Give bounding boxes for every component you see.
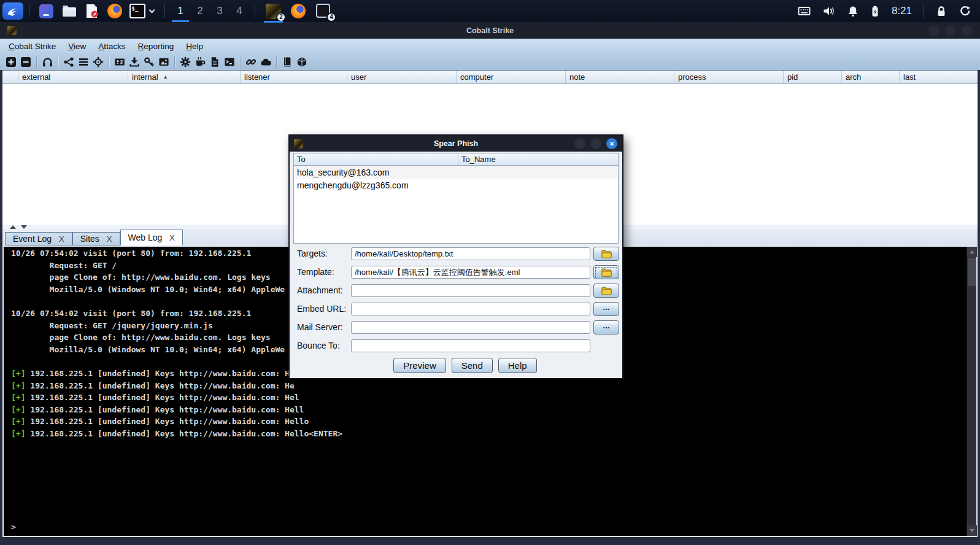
launcher-text-editor[interactable] (83, 3, 100, 20)
launcher-terminal[interactable]: $_ (129, 3, 145, 20)
power-logout-icon[interactable] (959, 5, 971, 17)
new-connection-button[interactable] (4, 55, 18, 69)
column-computer[interactable]: computer (457, 71, 566, 83)
tab-web-log[interactable]: Web Log X (120, 230, 183, 245)
tab-sites[interactable]: Sites X (72, 232, 120, 245)
embed-url-input[interactable] (351, 303, 590, 315)
listeners-button[interactable] (40, 55, 55, 69)
payload-generator-button[interactable] (178, 55, 193, 69)
send-button[interactable]: Send (452, 358, 493, 373)
web-delivery-button[interactable] (207, 55, 222, 69)
splitter-up-icon[interactable] (10, 225, 16, 229)
console-scrollbar[interactable] (966, 247, 976, 536)
chevron-down-icon[interactable] (149, 7, 155, 14)
template-input[interactable] (351, 266, 590, 279)
targets-browse-button[interactable] (593, 247, 619, 261)
table-row[interactable]: hola_security@163.com (294, 166, 618, 179)
help-button[interactable]: Help (498, 358, 537, 373)
firefox-icon (291, 4, 306, 18)
notifications-bell-icon[interactable] (847, 6, 858, 17)
toolbar-separator (174, 56, 175, 68)
targets-input[interactable] (351, 247, 590, 260)
battery-icon[interactable] (871, 6, 879, 17)
table-row[interactable]: mengchengdu@lzzg365.com (294, 179, 618, 191)
screenshots-button[interactable] (156, 55, 171, 69)
reports-button[interactable] (280, 55, 295, 69)
graph-view-button[interactable] (61, 55, 76, 69)
column-internal[interactable]: internal▲ (128, 71, 241, 83)
template-browse-button[interactable] (593, 265, 619, 279)
scroll-down-button[interactable] (967, 525, 977, 536)
lock-icon[interactable] (936, 6, 947, 17)
task-cobaltstrike[interactable]: 2 (266, 4, 281, 19)
splitter-down-icon[interactable] (21, 225, 27, 229)
dialog-buttons: Preview Send Help (290, 358, 622, 373)
column-to[interactable]: To (294, 153, 458, 165)
column-listener[interactable]: listener (241, 71, 347, 83)
column-last[interactable]: last (900, 71, 978, 83)
tab-close-icon[interactable]: X (107, 234, 112, 244)
window-titlebar[interactable]: Cobalt Strike (0, 22, 980, 39)
console-button[interactable] (222, 55, 237, 69)
scroll-up-button[interactable] (967, 247, 977, 257)
column-external[interactable]: external (18, 71, 128, 83)
dialog-close-button[interactable]: ✕ (606, 138, 617, 149)
launcher-file-manager[interactable] (61, 3, 77, 20)
volume-icon[interactable] (823, 6, 835, 17)
dialog-minimize-button[interactable] (574, 138, 585, 149)
launcher-firefox[interactable] (106, 3, 123, 20)
menu-cobalt-strike[interactable]: Cobalt Strike (2, 39, 62, 54)
credentials-button[interactable] (112, 55, 127, 69)
column-pid[interactable]: pid (784, 71, 842, 83)
workspace-3[interactable]: 3 (210, 0, 230, 22)
column-note[interactable]: note (566, 71, 674, 83)
launcher-window-app[interactable] (38, 3, 55, 20)
recipients-table[interactable]: To To_Name hola_security@163.com mengche… (293, 153, 619, 244)
host-file-button[interactable] (244, 55, 258, 69)
tab-close-icon[interactable]: X (169, 233, 175, 242)
workspace-4[interactable]: 4 (230, 0, 249, 22)
attachment-input[interactable] (351, 284, 590, 297)
disconnect-button[interactable] (18, 55, 33, 69)
attachment-browse-button[interactable] (593, 284, 619, 298)
bounce-to-input[interactable] (351, 339, 590, 352)
console-prompt[interactable]: > (11, 522, 16, 531)
downloads-button[interactable] (127, 55, 142, 69)
task-terminal[interactable]: 4 (316, 4, 331, 19)
task-firefox[interactable] (291, 4, 306, 19)
menu-view[interactable]: View (62, 39, 92, 54)
menu-attacks[interactable]: Attacks (92, 39, 131, 54)
preview-button[interactable]: Preview (393, 358, 446, 373)
mail-server-field-row: Mail Server: ... (290, 320, 622, 335)
scrollbar-thumb[interactable] (968, 258, 976, 286)
table-view-button[interactable] (76, 55, 91, 69)
dialog-controls: ✕ (574, 138, 617, 149)
menu-help[interactable]: Help (180, 39, 209, 54)
menu-reporting[interactable]: Reporting (132, 39, 180, 54)
help-about-button[interactable] (295, 55, 309, 69)
embed-url-picker-button[interactable]: ... (593, 302, 619, 316)
mail-server-picker-button[interactable]: ... (593, 320, 619, 334)
kali-menu-button[interactable] (2, 2, 23, 20)
tray-keyboard-icon[interactable] (798, 6, 811, 17)
column-user[interactable]: user (347, 71, 457, 83)
clock[interactable]: 8:21 (892, 5, 912, 17)
workspace-2[interactable]: 2 (190, 0, 210, 22)
console-line: [+] 192.168.225.1 [undefined] Keys http:… (11, 429, 963, 441)
cloud-button[interactable] (258, 55, 273, 69)
column-to-name[interactable]: To_Name (458, 153, 618, 165)
tab-close-icon[interactable]: X (59, 234, 64, 244)
tab-event-log[interactable]: Event Log X (5, 232, 72, 245)
targets-button[interactable] (91, 55, 106, 69)
dialog-titlebar[interactable]: Spear Phish ✕ (290, 136, 622, 152)
column-process[interactable]: process (674, 71, 784, 83)
attachment-label: Attachment: (297, 285, 343, 295)
toolbar (0, 54, 980, 70)
dialog-maximize-button[interactable] (590, 138, 601, 149)
mail-server-input[interactable] (351, 321, 590, 334)
keystrokes-button[interactable] (142, 55, 156, 69)
java-applet-button[interactable] (193, 55, 207, 69)
workspace-1[interactable]: 1 (171, 0, 190, 22)
column-arch[interactable]: arch (842, 71, 900, 83)
spear-phish-dialog: Spear Phish ✕ To To_Name hola_security@1… (288, 134, 623, 379)
